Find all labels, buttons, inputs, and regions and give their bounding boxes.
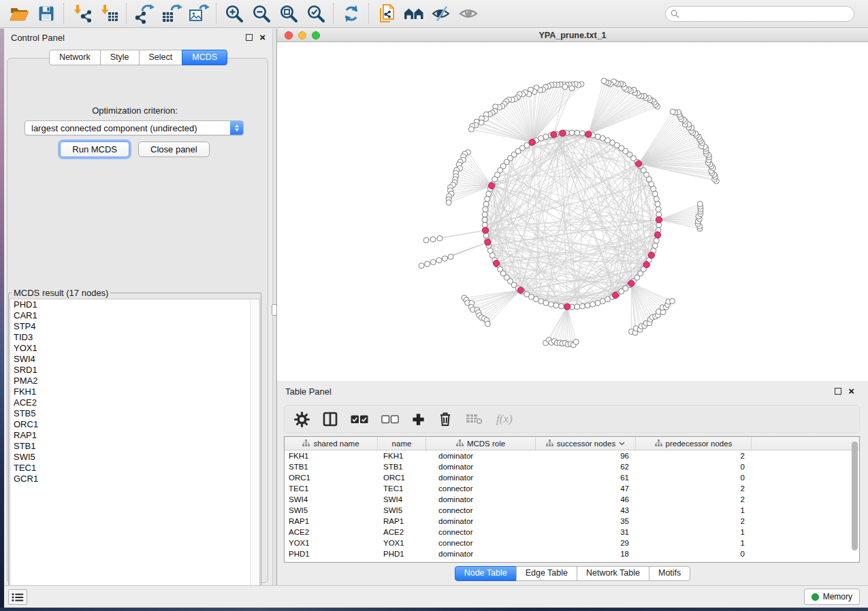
- column-header-name[interactable]: name: [378, 437, 426, 450]
- cell-successor-nodes: 43: [536, 506, 636, 514]
- hide-display-button[interactable]: [428, 1, 455, 26]
- import-network-button[interactable]: [68, 1, 95, 26]
- mcds-result-item[interactable]: RAP1: [10, 430, 259, 441]
- mcds-result-item[interactable]: SRD1: [10, 365, 259, 376]
- show-display-button[interactable]: [455, 1, 482, 26]
- memory-button[interactable]: Memory: [804, 589, 860, 605]
- close-panel-icon[interactable]: ×: [848, 388, 854, 395]
- criterion-dropdown[interactable]: largest connected component (undirected): [25, 120, 244, 135]
- mcds-result-list[interactable]: PHD1CAR1STP4TID3YOX1SWI4SRD1PMA2FKH1ACE2…: [10, 299, 260, 596]
- mcds-result-item[interactable]: ORC1: [10, 419, 259, 430]
- criterion-dropdown-value: largest connected component (undirected): [31, 123, 197, 133]
- mcds-result-item[interactable]: STB5: [10, 408, 259, 419]
- table-row[interactable]: STB1STB1dominator620: [285, 461, 859, 472]
- table-row[interactable]: PHD1PHD1dominator180: [285, 548, 859, 559]
- network-canvas[interactable]: [277, 42, 868, 381]
- close-panel-button[interactable]: Close panel: [138, 142, 210, 157]
- cell-name: TEC1: [378, 484, 426, 493]
- network-graph[interactable]: [277, 42, 868, 381]
- table-row[interactable]: TEC1TEC1connector472: [285, 483, 859, 494]
- mcds-result-item[interactable]: SWI5: [10, 452, 259, 463]
- import-table-icon: [99, 3, 119, 24]
- dropdown-stepper-icon: [230, 121, 243, 135]
- mcds-result-item[interactable]: GCR1: [10, 474, 259, 484]
- table-row[interactable]: SWI4SWI4dominator462: [285, 494, 859, 505]
- import-table-button[interactable]: [95, 1, 123, 26]
- tab-motifs[interactable]: Motifs: [649, 566, 690, 581]
- table-row[interactable]: ACE2ACE2connector311: [285, 527, 859, 538]
- close-panel-icon[interactable]: ×: [259, 34, 266, 41]
- import-network-icon: [71, 3, 92, 24]
- zoom-out-button[interactable]: [248, 1, 275, 26]
- zoom-selected-button[interactable]: [302, 1, 329, 26]
- console-button[interactable]: [8, 589, 27, 605]
- column-header-successor-nodes[interactable]: successor nodes: [536, 437, 636, 450]
- mcds-result-item[interactable]: STB1: [10, 441, 259, 452]
- table-header-row: shared namenameMCDS rolesuccessor nodesp…: [285, 437, 859, 450]
- tab-mcds[interactable]: MCDS: [182, 50, 227, 65]
- delete-table-button[interactable]: [466, 412, 483, 426]
- save-session-button[interactable]: [33, 1, 60, 26]
- mcds-result-item[interactable]: SWI4: [10, 354, 259, 365]
- export-image-button[interactable]: [185, 1, 212, 26]
- table-row[interactable]: FKH1FKH1dominator962: [285, 450, 859, 461]
- float-panel-icon[interactable]: [835, 388, 841, 395]
- table-settings-button[interactable]: [294, 412, 310, 427]
- mcds-result-item[interactable]: YOX1: [10, 343, 259, 354]
- tab-style[interactable]: Style: [100, 50, 140, 65]
- function-builder-button[interactable]: f(x): [496, 412, 513, 426]
- table-scrollbar-thumb[interactable]: [852, 442, 858, 550]
- column-header-shared-name[interactable]: shared name: [285, 437, 378, 450]
- column-header-mcds-role[interactable]: MCDS role: [426, 437, 536, 450]
- cell-predecessor-nodes: 0: [636, 550, 752, 558]
- tab-select[interactable]: Select: [139, 50, 183, 65]
- search-field[interactable]: [665, 6, 854, 22]
- refresh-layout-button[interactable]: [338, 1, 365, 26]
- find-network-button[interactable]: [400, 1, 428, 26]
- export-network-button[interactable]: [131, 1, 158, 26]
- memory-label: Memory: [823, 592, 852, 601]
- splitter-handle[interactable]: [272, 304, 277, 316]
- cell-mcds-role: dominator: [426, 495, 536, 503]
- deselect-all-rows-button[interactable]: [381, 415, 399, 424]
- tab-network[interactable]: Network: [49, 50, 101, 65]
- mcds-result-item[interactable]: TID3: [10, 332, 259, 343]
- table-toolbar: f(x): [284, 405, 860, 433]
- cell-successor-nodes: 62: [536, 463, 636, 471]
- show-columns-button[interactable]: [323, 412, 338, 427]
- float-panel-icon[interactable]: [246, 34, 253, 41]
- tab-edge-table[interactable]: Edge Table: [516, 566, 577, 581]
- mcds-result-item[interactable]: STP4: [10, 321, 259, 332]
- create-column-button[interactable]: [412, 413, 425, 426]
- cell-shared-name: RAP1: [285, 517, 378, 525]
- mcds-result-item[interactable]: ACE2: [10, 397, 259, 408]
- column-header-predecessor-nodes[interactable]: predecessor nodes: [636, 437, 752, 450]
- table-row[interactable]: ORC1ORC1dominator610: [285, 472, 859, 483]
- table-row[interactable]: RAP1RAP1dominator352: [285, 516, 859, 527]
- tab-network-table[interactable]: Network Table: [577, 566, 649, 581]
- open-file-button[interactable]: [5, 1, 33, 26]
- network-window-titlebar: YPA_prune.txt_1: [277, 29, 868, 42]
- run-mcds-button[interactable]: Run MCDS: [60, 142, 129, 157]
- delete-column-button[interactable]: [438, 411, 453, 427]
- mcds-result-item[interactable]: TEC1: [10, 463, 259, 474]
- table-row[interactable]: YOX1YOX1connector291: [285, 538, 859, 548]
- node-table: shared namenameMCDS rolesuccessor nodesp…: [284, 436, 860, 563]
- search-input[interactable]: [683, 8, 854, 19]
- export-table-button[interactable]: [158, 1, 185, 26]
- select-all-rows-button[interactable]: [351, 415, 368, 424]
- eye-slash-icon: [431, 4, 451, 23]
- toolbar-separator: [126, 3, 127, 24]
- cell-mcds-role: connector: [426, 484, 536, 493]
- share-network-button[interactable]: [373, 1, 400, 26]
- mcds-result-item[interactable]: PHD1: [10, 299, 259, 310]
- table-row[interactable]: SWI5SWI5connector431: [285, 505, 859, 516]
- mcds-result-item[interactable]: PMA2: [10, 376, 259, 386]
- mcds-result-title: MCDS result (17 nodes): [12, 288, 110, 298]
- tab-node-table[interactable]: Node Table: [455, 566, 517, 581]
- mcds-result-item[interactable]: CAR1: [10, 310, 259, 321]
- zoom-in-button[interactable]: [221, 1, 248, 26]
- cell-name: FKH1: [378, 452, 426, 460]
- zoom-fit-button[interactable]: [275, 1, 302, 26]
- mcds-result-item[interactable]: FKH1: [10, 386, 259, 397]
